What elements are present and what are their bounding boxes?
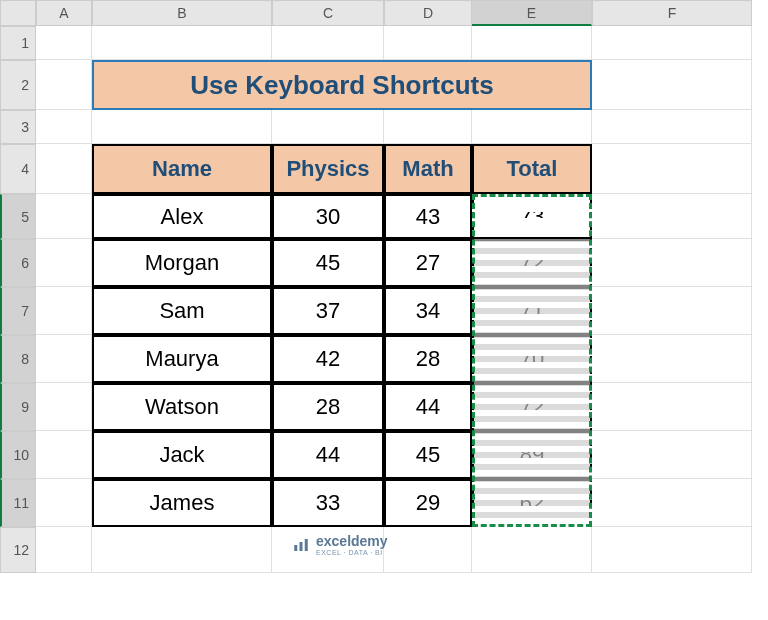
table-header[interactable]: Physics [272, 144, 384, 194]
watermark: exceldemy EXCEL · DATA · BI [292, 533, 388, 556]
table-cell[interactable]: 45 [384, 431, 472, 479]
table-cell[interactable]: 28 [272, 383, 384, 431]
title-banner: Use Keyboard Shortcuts [92, 60, 592, 110]
table-cell[interactable]: 30 [272, 194, 384, 239]
col-header-D[interactable]: D [384, 0, 472, 26]
table-cell[interactable]: James [92, 479, 272, 527]
row-headers: 123456789101112 [0, 26, 36, 573]
table-cell[interactable]: 44 [272, 431, 384, 479]
table-cell[interactable]: 44 [384, 383, 472, 431]
selection-fill [474, 239, 590, 525]
row-header-4[interactable]: 4 [0, 144, 36, 194]
watermark-tagline: EXCEL · DATA · BI [316, 549, 388, 556]
row-header-10[interactable]: 10 [0, 431, 36, 479]
row-header-3[interactable]: 3 [0, 110, 36, 144]
select-all-corner[interactable] [0, 0, 36, 26]
svg-rect-1 [300, 542, 303, 551]
watermark-brand: exceldemy [316, 533, 388, 549]
row-header-8[interactable]: 8 [0, 335, 36, 383]
table-cell[interactable]: 33 [272, 479, 384, 527]
col-header-A[interactable]: A [36, 0, 92, 26]
table-cell[interactable]: Sam [92, 287, 272, 335]
table-cell[interactable]: Maurya [92, 335, 272, 383]
row-header-7[interactable]: 7 [0, 287, 36, 335]
svg-rect-0 [294, 545, 297, 551]
col-header-B[interactable]: B [92, 0, 272, 26]
table-cell[interactable]: 34 [384, 287, 472, 335]
row-header-1[interactable]: 1 [0, 26, 36, 60]
title-text: Use Keyboard Shortcuts [190, 70, 493, 101]
table-cell[interactable]: 37 [272, 287, 384, 335]
row-header-9[interactable]: 9 [0, 383, 36, 431]
table-cell[interactable]: 45 [272, 239, 384, 287]
table-header[interactable]: Total [472, 144, 592, 194]
table-cell[interactable]: 27 [384, 239, 472, 287]
row-header-12[interactable]: 12 [0, 527, 36, 573]
column-headers: ABCDEF [36, 0, 752, 26]
col-header-F[interactable]: F [592, 0, 752, 26]
table-cell[interactable]: 43 [384, 194, 472, 239]
table-cell[interactable]: 42 [272, 335, 384, 383]
chart-icon [292, 536, 310, 554]
table-cell[interactable]: Morgan [92, 239, 272, 287]
table-cell[interactable]: Watson [92, 383, 272, 431]
table-cell[interactable]: 73 [472, 194, 592, 239]
row-header-6[interactable]: 6 [0, 239, 36, 287]
col-header-E[interactable]: E [472, 0, 592, 26]
row-header-2[interactable]: 2 [0, 60, 36, 110]
row-header-11[interactable]: 11 [0, 479, 36, 527]
table-header[interactable]: Math [384, 144, 472, 194]
table-cell[interactable]: 28 [384, 335, 472, 383]
table-cell[interactable]: Alex [92, 194, 272, 239]
col-header-C[interactable]: C [272, 0, 384, 26]
svg-rect-2 [305, 539, 308, 551]
table-header[interactable]: Name [92, 144, 272, 194]
table-cell[interactable]: Jack [92, 431, 272, 479]
table-cell[interactable]: 29 [384, 479, 472, 527]
row-header-5[interactable]: 5 [0, 194, 36, 239]
